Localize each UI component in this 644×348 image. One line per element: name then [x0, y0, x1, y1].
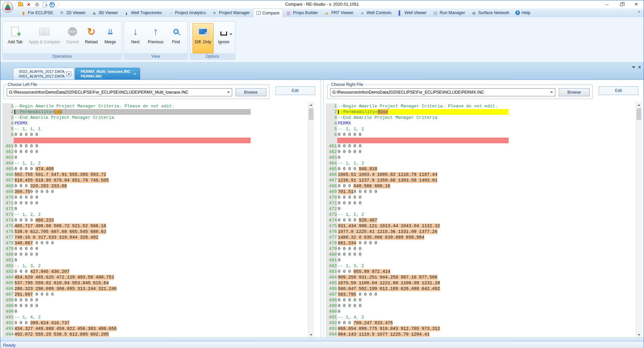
line-content[interactable]: 0 0 0 0 0 [14, 297, 308, 303]
line-content[interactable]: 0 [14, 206, 308, 212]
left-file-combobox[interactable]: G:\RessourcesInfos\DemoData2020\ECLIPSE\… [7, 88, 232, 96]
line-content[interactable]: 434.327 449.888 459.922 456.383 486.656 [14, 326, 308, 332]
line-content[interactable]: 0 0 0 0 0 [337, 297, 636, 303]
line-content[interactable]: 0 [337, 155, 636, 160]
right-file-combobox[interactable]: G:\RessourcesInfos\DemoData2020\ECLIPSE\… [330, 88, 556, 96]
line-content[interactable]: 0 0 0 0 474.409 [14, 166, 308, 172]
find-button[interactable]: Find [167, 23, 185, 53]
line-content[interactable]: -- 1, 1, 1 [14, 126, 308, 132]
line-content[interactable]: 465.717 499.06 506.72 521.52 566.16 [14, 223, 308, 229]
scroll-down-icon[interactable] [636, 332, 642, 338]
line-content[interactable]: 280.323 296.099 306.095 313.244 321.246 [14, 286, 308, 292]
line-content[interactable]: --End Amarile Project Manager Criteria [14, 115, 308, 120]
line-content[interactable]: 0 0 0 0 0 [337, 143, 636, 149]
line-content[interactable]: 0 [14, 309, 308, 314]
line-content[interactable]: 0 0 0 0 0 [337, 252, 636, 257]
line-content[interactable]: 0 [337, 206, 636, 212]
line-content[interactable]: 0 [14, 155, 308, 160]
tab-scroll-left-icon[interactable] [619, 65, 622, 69]
line-content[interactable]: 909.258 931.251 944.258 987.16 977.506 [337, 275, 636, 280]
line-content[interactable] [337, 138, 636, 143]
line-content[interactable]: 1075.59 1100.04 1221.88 1106.09 1231.28 [337, 280, 636, 286]
horizontal-scrollbar[interactable] [0, 338, 644, 341]
line-content[interactable]: 984.143 1110.5 1077 1225.79 1204.41 [337, 332, 636, 337]
ribbon-tab-project-manager[interactable]: Project Manager [209, 8, 253, 17]
ribbon-tab-compare[interactable]: Compare [253, 8, 283, 17]
line-content[interactable]: 0 0 0 0 0 [337, 195, 636, 200]
pane-splitter[interactable] [320, 80, 324, 338]
line-content[interactable]: --End Amarile Project Manager Criteria [337, 115, 636, 120]
right-vertical-scrollbar[interactable] [636, 102, 642, 338]
ignore-button[interactable]: Ignore [215, 23, 232, 53]
line-content[interactable]: 681.334 0 0 0 0 [337, 240, 636, 246]
line-content[interactable]: 0 0 0 0 0 [337, 246, 636, 252]
left-edit-button[interactable]: Edit [275, 86, 315, 95]
ribbon-tab-3d-viewer[interactable]: 3D Viewer [88, 8, 121, 17]
line-content[interactable]: 0 0 0 855.89 872.414 [337, 269, 636, 275]
line-content[interactable]: 0 [14, 257, 308, 263]
line-content[interactable]: -- 1, 2, 2 [337, 212, 636, 217]
left-browse-button[interactable]: Browse [235, 88, 266, 96]
line-content[interactable]: 350.759 0 0 0 0 [14, 189, 308, 195]
ribbon-tab-project-analytics[interactable]: Project Analytics [165, 8, 209, 17]
line-content[interactable]: PERMX [337, 120, 636, 126]
add-tab-button[interactable]: Add Tab [5, 23, 25, 53]
line-content[interactable]: -- 1, 1, 1 [337, 126, 636, 132]
line-content[interactable]: 340.667 0 0 0 0 [14, 240, 308, 246]
line-content[interactable]: 0 0 0 640.566 666.16 [337, 183, 636, 189]
diff-only-button[interactable]: Diff. Only [192, 23, 214, 53]
line-content[interactable]: 740.16 0 317.533 319.944 328.492 [14, 235, 308, 240]
tab-list-dropdown-icon[interactable] [632, 66, 635, 70]
right-code-editor[interactable]: 1--Begin Amarile Project Manager Criteri… [326, 102, 636, 338]
line-content[interactable]: -- 1, 3, 2 [337, 263, 636, 269]
line-content[interactable]: 0 0 0 0 0 [14, 132, 308, 138]
left-vertical-scrollbar[interactable] [308, 102, 314, 338]
ribbon-collapse-icon[interactable]: ^ [638, 10, 640, 15]
line-content[interactable]: 0 0 0 0 948.818 [337, 166, 636, 172]
line-content[interactable]: 1005.51 1003.4 1095.82 1110.79 1187.44 [337, 172, 636, 178]
document-tab-permx-multi-lowcase-inc[interactable]: PERMX_Multi_lowcase.INCPERMX.INC× [75, 68, 140, 80]
combo-dropdown-icon[interactable] [226, 90, 231, 94]
line-content[interactable]: 0 0 0 0 0 [337, 200, 636, 206]
ribbon-tab-2d-viewer[interactable]: 2D Viewer [56, 8, 88, 17]
dropdown-arrow-icon[interactable] [229, 34, 232, 36]
line-content[interactable]: PERMX [14, 120, 308, 126]
line-content[interactable]: 0 [337, 257, 636, 263]
next-button[interactable]: Next [127, 23, 144, 53]
line-content[interactable]: 0 0 0 427.945 436.207 [14, 269, 308, 275]
line-content[interactable]: -- 1, 4, 2 [14, 314, 308, 320]
line-content[interactable]: 583.795 0 0 0 0 [337, 292, 636, 297]
line-content[interactable]: 454.629 465.625 472.129 493.58 488.753 [14, 275, 308, 280]
tab-close-icon[interactable]: × [67, 71, 71, 76]
merge-button[interactable]: Merge [101, 23, 119, 53]
right-browse-button[interactable]: Browse [559, 88, 590, 96]
close-tab-icon[interactable]: × [638, 64, 641, 70]
line-content[interactable]: 560.647 592.199 612.189 626.488 642.492 [337, 286, 636, 292]
line-content[interactable]: 868.654 899.775 919.843 912.765 973.312 [337, 326, 636, 332]
line-content[interactable]: 0 [337, 309, 636, 314]
scroll-up-icon[interactable] [308, 102, 314, 108]
line-content[interactable]: 1236.91 1237.9 1359.68 1303.58 1493.01 [337, 178, 636, 183]
ribbon-tab-help[interactable]: Help [512, 8, 533, 17]
close-button[interactable] [629, 0, 644, 8]
line-content[interactable]: 0 0 0 799.247 833.475 [337, 320, 636, 326]
line-content[interactable]: 0 0 0 0 920.467 [337, 217, 636, 223]
previous-button[interactable]: Previous [145, 23, 166, 53]
line-content[interactable]: 701.519 0 0 0 0 [337, 189, 636, 195]
scroll-down-icon[interactable] [308, 332, 314, 338]
line-content[interactable]: 618.455 618.95 679.84 651.79 746.505 [14, 178, 308, 183]
ribbon-tab-surface-network[interactable]: Surface Network [468, 8, 512, 17]
right-edit-button[interactable]: Edit [599, 86, 638, 95]
app-logo-button[interactable] [2, 1, 14, 13]
line-content[interactable]: 0 0 0 0 0 [14, 246, 308, 252]
ribbon-tab-run-manager[interactable]: Run Manager [430, 8, 468, 17]
line-content[interactable]: 0 0 0 0 0 [14, 149, 308, 155]
line-content[interactable]: 0 0 0 0 460.233 [14, 217, 308, 223]
ribbon-tab-props-builder[interactable]: Props Builder [283, 8, 321, 17]
line-content[interactable]: 0 0 0 0 0 [14, 195, 308, 200]
line-content[interactable]: 537.795 550.02 610.94 553.045 615.64 [14, 280, 308, 286]
line-content[interactable]: 1077.8 1225.41 1215.36 1331.09 1377.26 [337, 229, 636, 235]
line-content[interactable]: -- 1, 1, 2 [14, 160, 308, 166]
ribbon-tab-well-viewer[interactable]: Well Viewer [394, 8, 430, 17]
line-content[interactable]: 0 0 0 0 0 [337, 303, 636, 309]
